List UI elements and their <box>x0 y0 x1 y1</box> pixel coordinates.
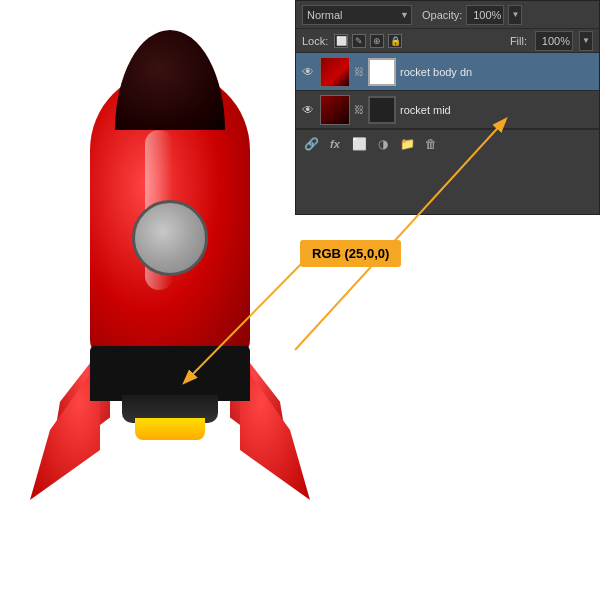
layer-visibility-eye-2[interactable]: 👁 <box>300 102 316 118</box>
rocket-wing-right <box>240 360 310 500</box>
opacity-input[interactable] <box>466 5 504 25</box>
rocket-nose <box>115 30 225 130</box>
chain-icon-1: ⛓ <box>354 66 364 77</box>
fill-input[interactable] <box>535 31 573 51</box>
adjustment-icon[interactable]: ◑ <box>374 135 392 153</box>
rocket-window <box>132 200 208 276</box>
panel-bottom-toolbar: 🔗 fx ⬜ ◑ 📁 🗑 <box>296 129 599 157</box>
lock-all-icon[interactable]: 🔒 <box>388 34 402 48</box>
lock-icons-group: ⬜ ✎ ⊕ 🔒 <box>334 34 402 48</box>
fill-label: Fill: <box>510 35 527 47</box>
folder-icon[interactable]: 📁 <box>398 135 416 153</box>
layer-thumb-1 <box>320 57 350 87</box>
layer-row-rocket-body[interactable]: 👁 ⛓ rocket body dn <box>296 53 599 91</box>
lock-position-icon[interactable]: ✎ <box>352 34 366 48</box>
opacity-label: Opacity: <box>422 9 462 21</box>
layers-panel: Normal Multiply Screen ▼ Opacity: ▼ Lock… <box>295 0 600 215</box>
fx-icon[interactable]: fx <box>326 135 344 153</box>
annotation-label: RGB (25,0,0) <box>312 246 389 261</box>
layer-visibility-eye-1[interactable]: 👁 <box>300 64 316 80</box>
panel-row-lock-fill: Lock: ⬜ ✎ ⊕ 🔒 Fill: ▼ <box>296 29 599 53</box>
blend-mode-select[interactable]: Normal Multiply Screen <box>302 5 412 25</box>
link-icon[interactable]: 🔗 <box>302 135 320 153</box>
panel-row-blend-opacity: Normal Multiply Screen ▼ Opacity: ▼ <box>296 1 599 29</box>
chain-icon-2: ⛓ <box>354 104 364 115</box>
layer-mask-1 <box>368 58 396 86</box>
layer-mask-2 <box>368 96 396 124</box>
rocket-illustration <box>60 30 280 590</box>
annotation-tooltip: RGB (25,0,0) <box>300 240 401 267</box>
layer-thumb-2 <box>320 95 350 125</box>
rocket-flame <box>135 418 205 440</box>
layer-row-rocket-mid[interactable]: 👁 ⛓ rocket mid <box>296 91 599 129</box>
blend-mode-wrapper: Normal Multiply Screen ▼ <box>302 5 412 25</box>
rocket-mid-band <box>90 346 250 401</box>
lock-label: Lock: <box>302 35 328 47</box>
layer-name-2: rocket mid <box>400 104 595 116</box>
lock-move-icon[interactable]: ⊕ <box>370 34 384 48</box>
layer-name-1: rocket body dn <box>400 66 595 78</box>
lock-pixels-icon[interactable]: ⬜ <box>334 34 348 48</box>
trash-icon[interactable]: 🗑 <box>422 135 440 153</box>
mask-icon[interactable]: ⬜ <box>350 135 368 153</box>
opacity-arrow-btn[interactable]: ▼ <box>508 5 522 25</box>
fill-arrow-btn[interactable]: ▼ <box>579 31 593 51</box>
